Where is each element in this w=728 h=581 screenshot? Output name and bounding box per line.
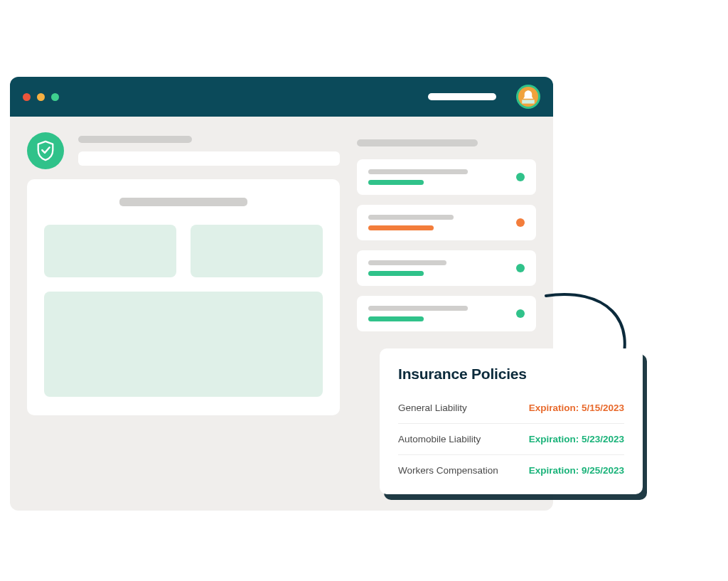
status-dot-icon <box>516 218 525 227</box>
list-item-line <box>368 306 468 311</box>
list-item-line <box>368 169 468 174</box>
list-item-text <box>368 215 509 230</box>
insurance-policies-panel: Insurance Policies General Liability Exp… <box>380 348 643 494</box>
policy-name: General Liability <box>398 403 467 413</box>
policy-expiration: Expiration: 5/23/2023 <box>529 434 624 444</box>
policy-row[interactable]: General Liability Expiration: 5/15/2023 <box>398 393 624 424</box>
status-dot-icon <box>516 173 525 181</box>
avatar[interactable] <box>516 85 540 109</box>
address-bar[interactable] <box>428 93 496 100</box>
list-item-status-line <box>368 316 424 321</box>
summary-tile[interactable] <box>44 225 176 277</box>
header-row <box>27 132 340 169</box>
list-item-text <box>368 169 509 185</box>
status-dot-icon <box>516 264 525 272</box>
brand-logo <box>27 132 64 169</box>
list-item-status-line <box>368 225 434 230</box>
panel-title: Insurance Policies <box>398 366 624 383</box>
summary-tile[interactable] <box>191 225 323 277</box>
list-item-status-line <box>368 271 424 276</box>
status-dot-icon <box>516 309 525 318</box>
policy-expiration: Expiration: 9/25/2023 <box>529 465 624 476</box>
shield-check-icon <box>35 140 56 161</box>
status-list-item[interactable] <box>357 205 536 240</box>
page-title-placeholder <box>78 136 192 143</box>
summary-tile-wide[interactable] <box>44 292 323 397</box>
list-item-line <box>368 215 454 220</box>
list-item-text <box>368 306 509 321</box>
list-item-text <box>368 260 509 276</box>
card-heading-placeholder <box>119 198 247 206</box>
policy-name: Workers Compensation <box>398 465 498 476</box>
main-card <box>27 179 340 415</box>
policy-row[interactable]: Workers Compensation Expiration: 9/25/20… <box>398 455 624 486</box>
close-icon[interactable] <box>23 93 31 101</box>
header-texts <box>78 136 340 166</box>
status-list-item[interactable] <box>357 250 536 286</box>
status-list-item[interactable] <box>357 159 536 195</box>
list-item-status-line <box>368 180 424 185</box>
policy-row[interactable]: Automobile Liability Expiration: 5/23/20… <box>398 424 624 455</box>
status-list-item[interactable] <box>357 296 536 331</box>
bell-icon <box>518 87 538 107</box>
window-titlebar <box>10 77 553 117</box>
main-column <box>27 132 340 415</box>
minimize-icon[interactable] <box>37 93 45 101</box>
side-section-title-placeholder <box>357 139 478 146</box>
svg-rect-1 <box>522 100 535 103</box>
tiles-row <box>44 225 323 277</box>
policy-name: Automobile Liability <box>398 434 481 444</box>
policy-expiration: Expiration: 5/15/2023 <box>529 403 624 413</box>
list-item-line <box>368 260 446 265</box>
maximize-icon[interactable] <box>51 93 59 101</box>
window-controls <box>23 93 59 101</box>
page-subtitle-placeholder <box>78 151 340 166</box>
